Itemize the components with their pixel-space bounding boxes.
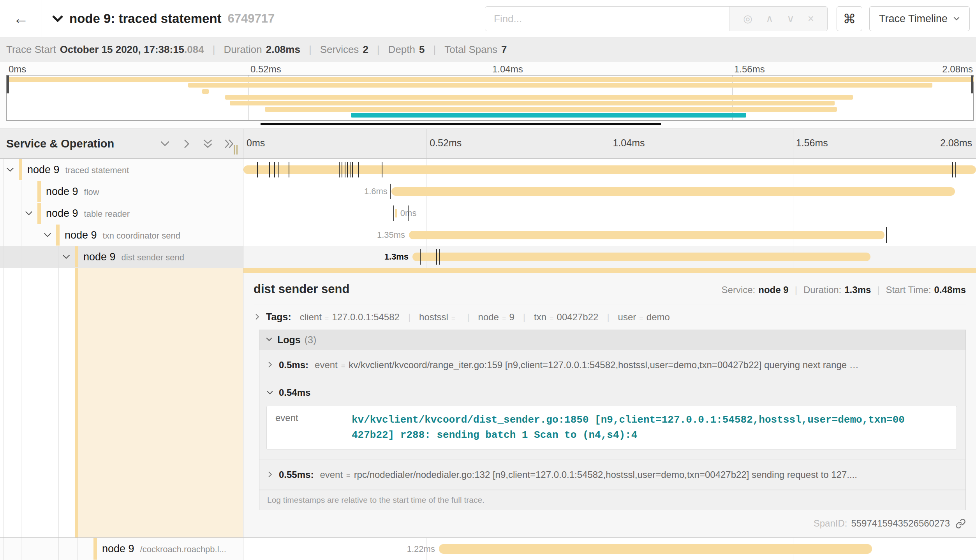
span-name: node 9txn coordinator send: [65, 229, 180, 241]
summary-item-label: Total Spans: [444, 44, 497, 56]
span-bar[interactable]: [409, 231, 884, 239]
chevron-down-icon[interactable]: [6, 165, 14, 174]
span-bar[interactable]: [412, 253, 870, 261]
span-row[interactable]: node 9txn coordinator send1.35ms: [0, 224, 976, 246]
log-marker-tick: [257, 162, 258, 177]
span-row[interactable]: node 9traced statement: [0, 159, 976, 181]
back-arrow-icon: ←: [13, 10, 29, 27]
log-equals: =: [346, 472, 351, 480]
tags-accordion[interactable]: Tags: client=127.0.0.1:54582|hostssl=|no…: [254, 311, 966, 323]
chevron-down-icon: [266, 336, 273, 344]
log-marker-tick: [342, 162, 342, 177]
minimap-span-bar: [265, 107, 837, 112]
chevron-right-icon: [254, 313, 261, 322]
span-track[interactable]: 1.22ms: [243, 538, 976, 560]
log-entry-header[interactable]: 0.54ms: [259, 380, 965, 403]
span-name-cell[interactable]: node 9txn coordinator send: [0, 224, 243, 246]
tree-guide: [58, 268, 59, 537]
expand-all-icon[interactable]: [203, 139, 213, 149]
clear-find-icon[interactable]: ×: [808, 13, 814, 25]
span-duration-label: 1.35ms: [377, 230, 405, 240]
span-name: node 9dist sender send: [83, 251, 184, 263]
log-marker-tick: [393, 205, 394, 221]
tag-value: demo: [647, 312, 670, 323]
span-name-cell[interactable]: node 9traced statement: [0, 159, 243, 181]
span-bar[interactable]: [243, 165, 976, 174]
tree-guide: [40, 246, 40, 268]
match-target-icon[interactable]: ◎: [743, 12, 752, 25]
tag-separator: |: [408, 312, 410, 323]
span-operation-name: traced statement: [65, 165, 129, 176]
span-rows-top: node 9traced statementnode 9flow1.6msnod…: [0, 159, 976, 268]
span-color-bar: [19, 159, 22, 180]
column-resizer[interactable]: [234, 145, 238, 154]
log-marker-tick: [274, 162, 275, 177]
next-match-icon[interactable]: ∨: [787, 12, 795, 25]
deep-link-icon[interactable]: [955, 518, 966, 529]
find-input[interactable]: [485, 7, 729, 31]
summary-item-value: 7: [501, 44, 507, 56]
span-track[interactable]: 0ms: [243, 202, 976, 224]
span-rows-bottom: node 9/cockroach.roachpb.l...1.22msnode …: [0, 538, 976, 560]
trace-summary-bar: Trace StartOctober 15 2020, 17:38:15.084…: [0, 37, 976, 62]
minimap-right-scrubber[interactable]: [971, 75, 973, 93]
expand-one-icon[interactable]: [160, 139, 170, 149]
log-entry-collapsed[interactable]: 0.55ms:event=rpc/nodedialer/nodedialer.g…: [259, 460, 965, 490]
summary-item-value: 5: [419, 44, 425, 56]
log-marker-tick: [955, 162, 956, 177]
tree-guide: [3, 202, 4, 224]
span-row[interactable]: node 9flow1.6ms: [0, 181, 976, 202]
trace-view-selector[interactable]: Trace Timeline: [869, 6, 970, 31]
span-row[interactable]: node 9table reader0ms: [0, 202, 976, 224]
keyboard-shortcuts-button[interactable]: ⌘: [837, 6, 862, 31]
trace-id: 6749717: [228, 12, 275, 26]
span-duration-label: 1.3ms: [384, 252, 409, 262]
tag-separator: |: [467, 312, 469, 323]
span-row[interactable]: node 9/cockroach.roachpb.l...1.22ms: [0, 538, 976, 560]
collapse-all-icon[interactable]: [224, 139, 234, 149]
trace-collapse-chevron-down-icon[interactable]: [51, 12, 64, 25]
detail-meta-value: 0.48ms: [934, 284, 966, 295]
span-name-cell[interactable]: node 9/cockroach.roachpb.l...: [0, 538, 243, 560]
minimap-viewport-bar[interactable]: [261, 123, 661, 125]
log-marker-tick: [347, 162, 348, 177]
summary-item-label: Services: [320, 44, 359, 56]
chevron-down-icon[interactable]: [25, 209, 33, 218]
collapse-one-icon[interactable]: [181, 139, 192, 149]
tag-equals: =: [325, 314, 329, 322]
prev-match-icon[interactable]: ∧: [766, 12, 773, 25]
detail-meta-label: Start Time:: [886, 284, 931, 295]
minimap-canvas[interactable]: [6, 75, 974, 121]
summary-item-label: Depth: [388, 44, 415, 56]
span-bar[interactable]: [439, 544, 872, 554]
span-name-cell[interactable]: node 9dist sender send: [0, 246, 243, 268]
log-marker-tick: [420, 249, 421, 265]
span-track[interactable]: 1.35ms: [243, 224, 976, 246]
back-button[interactable]: ←: [0, 0, 42, 37]
span-name: node 9traced statement: [27, 164, 129, 176]
log-entry-collapsed[interactable]: 0.5ms:event=kv/kvclient/kvcoord/range_it…: [259, 350, 965, 380]
span-bar[interactable]: [391, 187, 955, 196]
chevron-down-icon[interactable]: [43, 231, 52, 239]
tree-guide: [21, 202, 21, 224]
tag-equals: =: [451, 314, 456, 322]
summary-item-suffix: .084: [184, 44, 204, 55]
log-marker-tick: [886, 227, 887, 243]
logs-header[interactable]: Logs (3): [259, 330, 965, 350]
tags-label: Tags:: [266, 311, 291, 323]
chevron-down-icon[interactable]: [62, 253, 70, 261]
log-marker-tick: [390, 184, 391, 199]
span-track[interactable]: [243, 159, 976, 181]
span-duration-label: 1.22ms: [407, 544, 435, 554]
span-name-cell[interactable]: node 9table reader: [0, 202, 243, 224]
tree-guide: [21, 538, 21, 560]
command-icon: ⌘: [843, 11, 856, 26]
span-bar[interactable]: [395, 209, 397, 218]
span-track[interactable]: 1.6ms: [243, 181, 976, 202]
log-marker-tick: [278, 162, 279, 177]
span-row[interactable]: node 9dist sender send1.3ms: [0, 246, 976, 268]
log-marker-tick: [439, 249, 440, 265]
span-name-cell[interactable]: node 9flow: [0, 181, 243, 202]
span-track[interactable]: 1.3ms: [243, 246, 976, 268]
minimap-left-scrubber[interactable]: [7, 75, 9, 93]
